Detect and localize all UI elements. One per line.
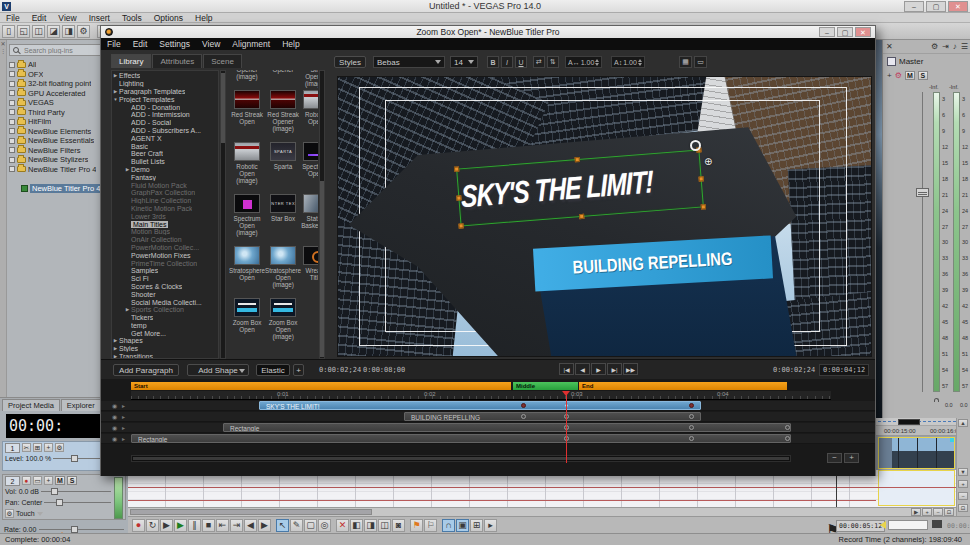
timeline-zoom-in-button[interactable]: + <box>844 453 859 463</box>
timeline-track-row[interactable]: ◉ ▸ Rectangle <box>101 434 875 444</box>
template-thumbnail[interactable]: ENTER TEXT Star Box <box>265 192 301 244</box>
mute-button[interactable]: M <box>55 476 65 485</box>
titler-minimize-button[interactable]: – <box>819 27 835 37</box>
delete-button[interactable]: ✕ <box>336 519 349 532</box>
split-button[interactable]: ◫ <box>378 519 391 532</box>
track-settings-icon[interactable]: ⚙ <box>55 443 64 452</box>
library-tree-item[interactable]: Shooter <box>112 290 218 298</box>
zoom-tool-button[interactable]: ◎ <box>318 519 331 532</box>
bold-button[interactable]: B <box>487 56 499 68</box>
pan-slider[interactable] <box>44 502 111 503</box>
duration-time[interactable]: 0:00:08;00 <box>363 366 405 374</box>
template-thumbnail[interactable]: Zoom Box Open <box>229 296 265 348</box>
visibility-eye-icon[interactable]: ◉ <box>112 402 117 410</box>
solo-button[interactable]: S <box>67 476 77 485</box>
marker-separator[interactable] <box>438 519 441 532</box>
selection-handle[interactable] <box>458 223 463 228</box>
snap-button[interactable]: ∩ <box>442 519 455 532</box>
titler-menu-item[interactable]: Edit <box>127 39 154 49</box>
expand-chevron-icon[interactable]: ▸ <box>122 413 125 421</box>
mixer-solo-button[interactable]: S <box>918 71 928 80</box>
tree-expander-icon[interactable] <box>9 71 15 77</box>
close-button[interactable]: ✕ <box>948 1 968 12</box>
library-tree-item[interactable]: PrimeTime Collection <box>112 259 218 267</box>
loop-playback-button[interactable]: ↻ <box>146 519 159 532</box>
titler-close-button[interactable]: ✕ <box>855 27 871 37</box>
trim-end-button[interactable]: ◨ <box>364 519 377 532</box>
selection-length-input[interactable] <box>888 520 928 530</box>
titler-menu-item[interactable]: View <box>196 39 226 49</box>
tree-scrollbar[interactable] <box>220 70 226 359</box>
library-tree-item[interactable]: Social Media Collecti... <box>112 298 218 306</box>
edit-separator[interactable] <box>406 519 409 532</box>
close-icon[interactable]: ✕ <box>886 42 893 51</box>
rate-slider-handle[interactable] <box>71 526 78 533</box>
bus-settings-icon[interactable]: ⚙ <box>895 71 902 80</box>
grid-scroll-thumb[interactable] <box>320 181 324 357</box>
volume-envelope-line[interactable] <box>128 487 956 488</box>
new-project-icon[interactable]: ▯ <box>2 25 15 38</box>
selection-tool-button[interactable]: ▢ <box>304 519 317 532</box>
visibility-eye-icon[interactable]: ◉ <box>112 424 117 432</box>
grid-scrollbar[interactable] <box>319 70 325 359</box>
expand-chevron-icon[interactable]: ▸ <box>122 435 125 443</box>
rate-slider[interactable] <box>39 529 124 530</box>
library-tree-item[interactable]: Get More... <box>112 329 218 337</box>
timeline-track-row[interactable]: ◉ ▸ SKY'S THE LIMIT! <box>101 401 875 411</box>
grid-menu-button[interactable]: ⊞ <box>470 519 483 532</box>
tree-expander-icon[interactable] <box>9 100 15 106</box>
library-tree-item[interactable]: ▼ Project Templates <box>112 95 218 103</box>
vegas-menu-item[interactable]: Edit <box>26 13 53 23</box>
selected-video-clip[interactable] <box>878 437 955 469</box>
titler-menu-item[interactable]: File <box>101 39 127 49</box>
timeline-clip[interactable]: Rectangle <box>223 423 791 432</box>
zoom-in-track-button[interactable]: + <box>958 480 968 488</box>
tree-expander-icon[interactable] <box>9 166 15 172</box>
library-tree-item[interactable]: ADD - Intermission <box>112 111 218 119</box>
styles-button[interactable]: Styles <box>334 56 366 68</box>
auto-ripple-button[interactable]: ▣ <box>456 519 469 532</box>
template-thumbnail[interactable]: Red Streak Open <box>229 88 265 140</box>
tree-expander-icon[interactable] <box>9 128 15 134</box>
go-to-end-button[interactable]: ⇥ <box>230 519 243 532</box>
library-tree-item[interactable]: GraphPax Collection <box>112 189 218 197</box>
scroll-up-button[interactable]: ▲ <box>958 419 968 427</box>
library-tree-item[interactable]: Kinetic Motion Pack <box>112 205 218 213</box>
timeline-hscrollbar[interactable]: ▶ + − ⊡ <box>128 507 956 516</box>
vegas-menu-item[interactable]: Options <box>148 13 189 23</box>
automation-settings-icon[interactable]: ⚙ <box>5 509 14 518</box>
template-thumbnail[interactable]: Wreath Title <box>301 244 318 296</box>
library-tree-item[interactable]: ▶ Demo <box>112 166 218 174</box>
track-zoom-button[interactable]: ⊡ <box>958 504 968 512</box>
track-automation-icon[interactable]: + <box>44 443 53 452</box>
lock-button[interactable]: ◙ <box>392 519 405 532</box>
keyframe-dot[interactable] <box>689 403 694 408</box>
library-tree-item[interactable]: ▶ Effects <box>112 72 218 80</box>
vegas-menu-item[interactable]: Help <box>189 13 218 23</box>
meter-peak-right[interactable]: -Inf. <box>949 84 958 90</box>
tree-scroll-thumb[interactable] <box>221 73 225 143</box>
leading-spinner[interactable]: A↕ 1.00 <box>611 56 645 68</box>
minimize-button[interactable]: – <box>904 1 924 12</box>
trim-start-button[interactable]: ◧ <box>350 519 363 532</box>
play-from-start-button[interactable]: ▶ <box>160 519 173 532</box>
library-tree-item[interactable]: Beer Craft <box>112 150 218 158</box>
library-tree-item[interactable]: PowerMotion Fixes <box>112 251 218 259</box>
library-tree-item[interactable]: Lower 3rds <box>112 212 218 220</box>
track-fx-icon[interactable]: ⊞ <box>33 443 42 452</box>
titler-menu-item[interactable]: Settings <box>153 39 196 49</box>
template-thumbnail[interactable]: Zoom Box Open (image) <box>265 296 301 348</box>
keyframe-dot[interactable] <box>785 436 790 441</box>
library-tab[interactable]: Scene <box>203 54 242 68</box>
record-button[interactable]: ● <box>132 519 145 532</box>
library-tree-item[interactable]: Tickers <box>112 314 218 322</box>
section-end[interactable]: End <box>579 382 787 390</box>
titler-titlebar[interactable]: Zoom Box Open* - NewBlue Titler Pro –▢✕ <box>101 26 875 38</box>
edit-tool-button[interactable]: ↖ <box>276 519 289 532</box>
underline-button[interactable]: U <box>515 56 527 68</box>
region-button[interactable]: ⚐ <box>424 519 437 532</box>
toolbar-separator[interactable] <box>92 25 95 38</box>
vegas-menu-item[interactable]: Tools <box>116 13 148 23</box>
selection-start-time[interactable]: 0:00:02;24 <box>319 366 361 374</box>
template-thumbnail[interactable]: Robotic Open (image) <box>229 140 265 192</box>
